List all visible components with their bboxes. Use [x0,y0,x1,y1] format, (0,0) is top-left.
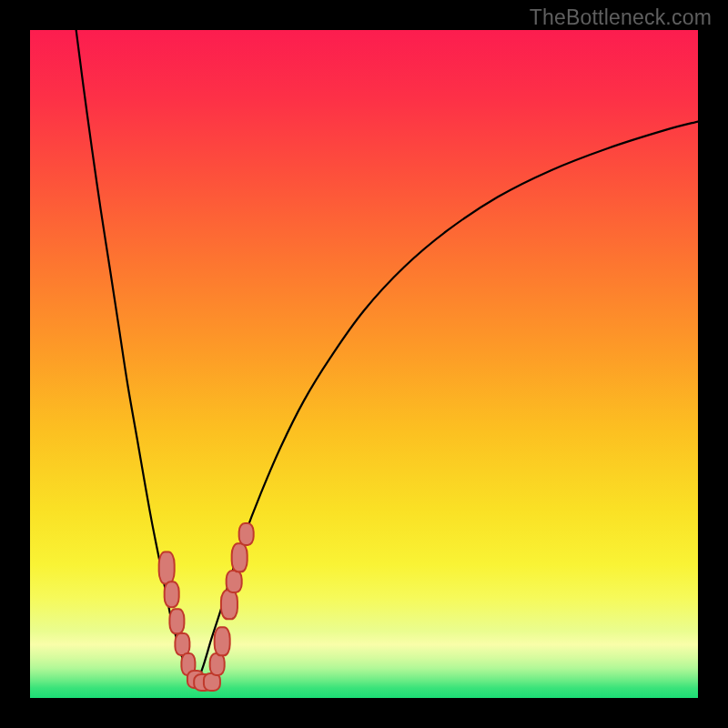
curves-layer [30,30,698,698]
chart-frame: TheBottleneck.com [0,0,728,728]
data-marker [231,542,248,572]
data-marker [214,626,231,656]
data-marker [226,570,243,593]
data-marker [238,522,255,546]
right-branch-curve [197,122,698,685]
watermark-text: TheBottleneck.com [530,5,712,30]
data-marker [163,581,180,608]
data-marker [220,590,238,620]
data-marker [169,608,185,635]
data-marker [208,652,226,676]
plot-area [30,30,698,698]
data-marker [158,551,176,584]
